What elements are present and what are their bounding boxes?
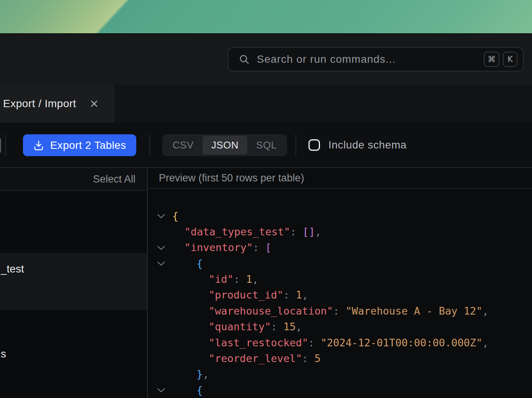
toolbar-divider xyxy=(295,134,296,156)
format-segmented-control: CSVJSONSQL xyxy=(162,134,287,156)
json-line: "inventory": [ xyxy=(148,240,532,255)
chevron-down-icon[interactable] xyxy=(156,211,166,221)
tab-bar: Export / Import xyxy=(0,85,532,122)
app-header: Search or run commands... ⌘K xyxy=(0,34,532,85)
json-token: [] xyxy=(303,226,315,238)
json-token: { xyxy=(172,210,178,222)
select-all-button[interactable]: Select All xyxy=(0,168,147,191)
json-token: : xyxy=(253,241,266,253)
json-token: "2024-12-01T00:00:00.000Z" xyxy=(321,337,483,349)
json-token: } xyxy=(196,368,202,380)
json-token: "warehouse_location" xyxy=(209,305,333,317)
search-placeholder: Search or run commands... xyxy=(257,53,396,65)
download-icon xyxy=(33,140,44,151)
command-search-bar[interactable]: Search or run commands... ⌘K xyxy=(228,47,524,72)
toolbar: Export 2 Tables CSVJSONSQL Include schem… xyxy=(0,122,532,167)
chevron-down-icon[interactable] xyxy=(156,243,166,253)
json-token: : xyxy=(233,273,246,285)
json-line: "quantity": 15, xyxy=(148,319,532,334)
tab-export-import[interactable]: Export / Import xyxy=(0,85,114,122)
json-line: { xyxy=(148,208,532,223)
json-token: 15 xyxy=(283,321,296,333)
json-token: 5 xyxy=(314,352,320,364)
json-token: 1 xyxy=(246,273,252,285)
toolbar-divider xyxy=(149,134,150,156)
export-button-label: Export 2 Tables xyxy=(50,139,126,152)
chevron-down-icon[interactable] xyxy=(156,385,166,395)
json-token: "quantity" xyxy=(209,321,271,333)
json-tree: {"data_types_test": [],"inventory": [{"i… xyxy=(148,208,532,398)
export-main-area: Select All _tests Preview (first 50 rows… xyxy=(0,167,532,398)
json-token: : xyxy=(271,321,284,333)
search-icon xyxy=(238,54,250,65)
format-option-csv[interactable]: CSV xyxy=(164,136,202,155)
include-schema-control[interactable]: Include schema xyxy=(308,122,407,167)
json-line: { xyxy=(148,382,532,398)
json-token: { xyxy=(196,258,202,269)
json-line: "warehouse_location": "Warehouse A - Bay… xyxy=(148,303,532,319)
json-token: : xyxy=(290,226,303,238)
json-token: , xyxy=(296,321,302,333)
shortcut-badges: ⌘K xyxy=(484,52,517,67)
json-token: "last_restocked" xyxy=(209,337,308,349)
tab-close-icon[interactable] xyxy=(89,99,99,109)
tab-label: Export / Import xyxy=(3,98,76,110)
table-row-label: _test xyxy=(1,263,24,275)
json-token: "product_id" xyxy=(209,289,283,301)
json-token: : xyxy=(302,352,315,364)
table-row-label: s xyxy=(1,348,6,360)
shortcut-badge-cmd: ⌘ xyxy=(484,52,499,67)
table-row[interactable]: _test xyxy=(0,253,147,310)
json-token: , xyxy=(203,368,209,380)
table-row[interactable]: s xyxy=(0,310,147,398)
include-schema-label: Include schema xyxy=(328,139,407,151)
json-token: : xyxy=(283,289,296,301)
json-token: { xyxy=(196,384,202,396)
json-token: : xyxy=(333,305,346,317)
json-token: "inventory" xyxy=(184,241,253,253)
json-line: "id": 1, xyxy=(148,271,532,287)
format-option-sql[interactable]: SQL xyxy=(247,136,286,155)
json-token: : xyxy=(308,337,321,349)
format-option-json[interactable]: JSON xyxy=(202,136,247,155)
json-token: , xyxy=(482,305,488,317)
json-token: , xyxy=(302,289,308,301)
json-line: }, xyxy=(148,366,532,382)
json-line: "product_id": 1, xyxy=(148,287,532,303)
json-token: "id" xyxy=(209,273,233,285)
shortcut-badge-k: K xyxy=(503,52,517,67)
json-token: 1 xyxy=(296,289,302,301)
json-line: "data_types_test": [], xyxy=(148,224,532,240)
json-token: "reorder_level" xyxy=(209,352,302,364)
toolbar-edge-sliver xyxy=(0,138,1,153)
export-tables-button[interactable]: Export 2 Tables xyxy=(23,134,136,156)
json-token: , xyxy=(252,273,258,285)
json-token: [ xyxy=(265,241,271,253)
json-token: "Warehouse A - Bay 12" xyxy=(346,305,483,317)
toolbar-divider xyxy=(5,134,6,156)
preview-panel: Preview (first 50 rows per table) {"data… xyxy=(148,168,532,398)
include-schema-checkbox[interactable] xyxy=(308,139,320,151)
json-line: { xyxy=(148,255,532,271)
json-line: "last_restocked": "2024-12-01T00:00:00.0… xyxy=(148,334,532,350)
preview-header-label: Preview (first 50 rows per table) xyxy=(159,172,304,184)
preview-header: Preview (first 50 rows per table) xyxy=(148,168,532,189)
chevron-down-icon[interactable] xyxy=(156,258,166,268)
json-token: , xyxy=(482,337,488,349)
desktop-wallpaper-banner xyxy=(0,0,532,34)
json-token: , xyxy=(315,226,321,238)
json-token: "data_types_test" xyxy=(184,226,290,238)
json-line: "reorder_level": 5 xyxy=(148,351,532,366)
select-all-label: Select All xyxy=(93,173,135,185)
table-list-panel: Select All _tests xyxy=(0,168,147,398)
table-row[interactable] xyxy=(0,191,147,253)
